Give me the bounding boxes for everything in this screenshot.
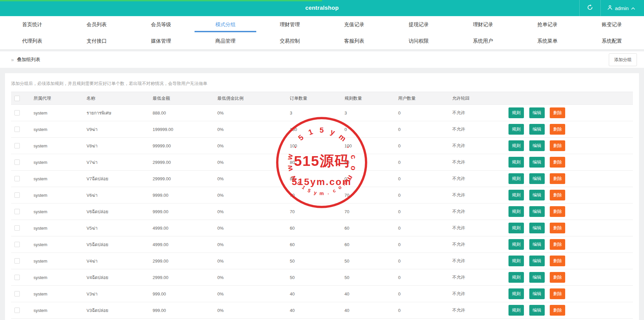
nav-item[interactable]: 抢单记录 [515, 16, 580, 33]
row-checkbox[interactable] [14, 291, 20, 296]
nav-item[interactable]: 客服列表 [322, 33, 386, 49]
nav-item-label: 访问权限 [409, 38, 429, 44]
table-header-row: 所属代理名称最低金额最低佣金比例订单数量规则数量用户数量允许轮回 [11, 92, 633, 105]
nav-item[interactable]: 媒体管理 [129, 33, 193, 49]
edit-button[interactable]: 编辑 [529, 157, 545, 168]
nav-item-label: 代理列表 [22, 38, 42, 44]
cell-order-count: 3 [289, 105, 344, 121]
rule-button[interactable]: 规则 [508, 223, 524, 233]
row-checkbox[interactable] [14, 143, 20, 148]
nav-item-label: 账变记录 [602, 21, 622, 28]
cell-rule-count: 0 [344, 171, 398, 187]
row-checkbox[interactable] [14, 209, 20, 214]
rule-button[interactable]: 规则 [508, 305, 524, 316]
rule-button[interactable]: 规则 [508, 107, 524, 118]
rule-button[interactable]: 规则 [508, 173, 524, 184]
nav-item[interactable]: 会员列表 [64, 16, 129, 33]
edit-button[interactable]: 编辑 [529, 124, 545, 135]
cell-rule-count: 70 [344, 203, 398, 220]
cell-min-commission: 0% [217, 220, 289, 236]
edit-button[interactable]: 编辑 [529, 272, 545, 283]
table-row: system V4ฆ่า 2999.00 0% 50 50 0 不允许 规则 编… [11, 253, 633, 269]
nav-item[interactable]: 系统用户 [451, 33, 515, 49]
row-checkbox[interactable] [14, 275, 20, 280]
rule-button[interactable]: 规则 [508, 190, 524, 200]
row-checkbox[interactable] [14, 110, 20, 116]
nav-item[interactable]: 首页统计 [0, 16, 64, 33]
edit-button[interactable]: 编辑 [529, 206, 545, 217]
nav-item[interactable]: 系统配置 [580, 33, 644, 49]
nav-item[interactable]: 账变记录 [580, 16, 644, 33]
rule-button[interactable]: 规则 [508, 272, 524, 283]
cell-order-count: 80 [289, 171, 344, 187]
delete-button[interactable]: 删除 [550, 157, 565, 168]
edit-button[interactable]: 编辑 [529, 190, 545, 200]
nav-item[interactable]: 提现记录 [386, 16, 451, 33]
nav-item[interactable]: 模式分组 [193, 16, 258, 33]
delete-button[interactable]: 删除 [550, 190, 565, 200]
breadcrumb-bar: » 叠加组列表 添加分组 [0, 51, 644, 68]
rule-button[interactable]: 规则 [508, 256, 524, 266]
row-checkbox[interactable] [14, 258, 20, 264]
nav-item[interactable]: 理财管理 [258, 16, 322, 33]
cell-name: V3ฆ่า [86, 286, 152, 302]
cell-min-amount: 9999.00 [152, 187, 217, 203]
nav-item[interactable]: 代理列表 [0, 33, 64, 49]
nav-item[interactable]: 支付接口 [64, 33, 129, 49]
edit-button[interactable]: 编辑 [529, 223, 545, 233]
delete-button[interactable]: 删除 [550, 124, 565, 135]
header-cell: 最低金额 [152, 92, 217, 105]
cell-min-commission: 0% [217, 286, 289, 302]
edit-button[interactable]: 编辑 [529, 256, 545, 266]
cell-agent: system [33, 187, 86, 203]
edit-button[interactable]: 编辑 [529, 173, 545, 184]
rule-button[interactable]: 规则 [508, 288, 524, 299]
rule-button[interactable]: 规则 [508, 206, 524, 217]
delete-button[interactable]: 删除 [550, 173, 565, 184]
nav-item-label: 支付接口 [87, 38, 107, 44]
nav-item[interactable]: 系统菜单 [515, 33, 580, 49]
rule-button[interactable]: 规则 [508, 124, 524, 135]
rule-button[interactable]: 规则 [508, 140, 524, 151]
refresh-button[interactable] [580, 0, 600, 16]
edit-button[interactable]: 编辑 [529, 140, 545, 151]
delete-button[interactable]: 删除 [550, 107, 565, 118]
row-checkbox[interactable] [14, 308, 20, 313]
row-checkbox[interactable] [14, 159, 20, 165]
delete-button[interactable]: 删除 [550, 223, 565, 233]
nav-item[interactable]: 理财记录 [451, 16, 515, 33]
edit-button[interactable]: 编辑 [529, 239, 545, 250]
delete-button[interactable]: 删除 [550, 272, 565, 283]
add-group-button[interactable]: 添加分组 [609, 53, 637, 66]
delete-button[interactable]: 删除 [550, 288, 565, 299]
delete-button[interactable]: 删除 [550, 140, 565, 151]
select-all-checkbox[interactable] [14, 96, 20, 101]
nav-item[interactable]: 会员等级 [129, 16, 193, 33]
cell-allow-cycle: 不允许 [452, 171, 504, 187]
delete-button[interactable]: 删除 [550, 239, 565, 250]
edit-button[interactable]: 编辑 [529, 305, 545, 316]
edit-button[interactable]: 编辑 [529, 288, 545, 299]
cell-name: V6ฉีดปล่อย [86, 203, 152, 220]
user-menu[interactable]: admin [601, 0, 644, 16]
cell-rule-count: 40 [344, 302, 398, 319]
row-checkbox[interactable] [14, 127, 20, 132]
row-checkbox[interactable] [14, 242, 20, 247]
nav-item[interactable]: 充值记录 [322, 16, 386, 33]
rule-button[interactable]: 规则 [508, 239, 524, 250]
nav-item[interactable]: 商品管理 [193, 33, 258, 49]
edit-button[interactable]: 编辑 [529, 107, 545, 118]
row-checkbox[interactable] [14, 192, 20, 198]
nav-item-label: 会员列表 [87, 21, 107, 28]
delete-button[interactable]: 删除 [550, 206, 565, 217]
delete-button[interactable]: 删除 [550, 256, 565, 266]
delete-button[interactable]: 删除 [550, 305, 565, 316]
row-checkbox[interactable] [14, 176, 20, 181]
row-checkbox[interactable] [14, 225, 20, 231]
rule-button[interactable]: 规则 [508, 157, 524, 168]
nav-item[interactable]: 访问权限 [386, 33, 451, 49]
cell-allow-cycle: 不允许 [452, 187, 504, 203]
nav-item[interactable]: 交易控制 [258, 33, 322, 49]
cell-rule-count: 100 [344, 138, 398, 154]
cell-user-count: 0 [398, 154, 452, 171]
